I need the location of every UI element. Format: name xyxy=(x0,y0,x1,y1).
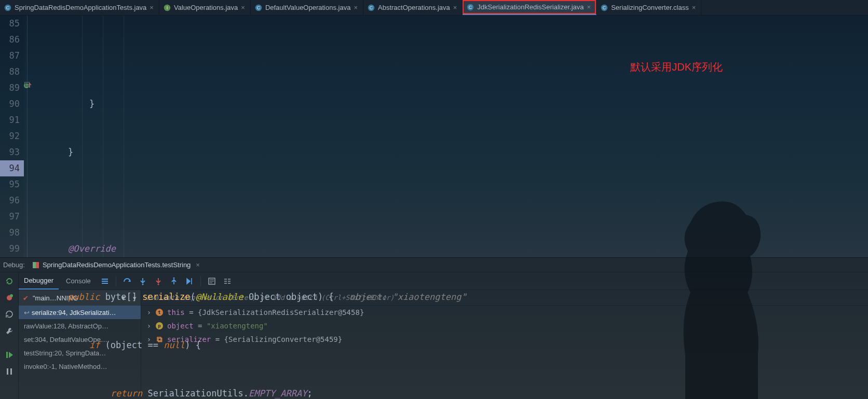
editor-tab-strip: CSpringDataRedisDemoApplicationTests.jav… xyxy=(0,0,868,16)
line-number: 93 xyxy=(0,144,24,160)
line-number: 96 xyxy=(0,192,24,209)
close-icon[interactable]: × xyxy=(692,4,696,11)
close-icon[interactable]: × xyxy=(354,4,358,11)
inline-hint: object: "xiaotengteng" xyxy=(350,292,467,302)
line-number: 87 xyxy=(0,48,24,64)
line-number: 89 xyxy=(0,80,24,96)
tab-label: ValueOperations.java xyxy=(174,4,238,11)
code-editor: 858687888990919293949596979899 − 默认采用JDK… xyxy=(0,16,868,257)
annotation-overlay: 默认采用JDK序列化 xyxy=(630,59,723,75)
pause-icon[interactable] xyxy=(4,366,15,377)
close-icon[interactable]: × xyxy=(587,3,591,11)
tab-label: JdkSerializationRedisSerializer.java xyxy=(477,3,584,11)
editor-tab[interactable]: CAbstractOperations.java× xyxy=(363,0,463,15)
line-number: 88 xyxy=(0,64,24,80)
svg-rect-18 xyxy=(7,368,8,375)
annotation-nullable: @Nullable xyxy=(196,292,243,302)
debug-label: Debug: xyxy=(3,261,25,269)
class-file-icon: C xyxy=(368,4,375,11)
resume-icon[interactable] xyxy=(4,349,15,361)
class-file-icon: C xyxy=(4,4,11,11)
annotation-override: @Override xyxy=(68,243,116,254)
return-arrow-icon: ↩ xyxy=(24,309,30,317)
editor-tab[interactable]: CDefaultValueOperations.java× xyxy=(251,0,363,15)
debug-side-toolbar xyxy=(0,272,19,399)
close-icon[interactable]: × xyxy=(453,4,457,11)
svg-rect-13 xyxy=(33,262,36,268)
line-number: 91 xyxy=(0,112,24,128)
code-line: } xyxy=(47,147,73,157)
line-number: 94 xyxy=(0,160,24,176)
svg-text:C: C xyxy=(257,5,261,10)
editor-tab[interactable]: CJdkSerializationRedisSerializer.java× xyxy=(463,0,596,15)
class-file-icon: C xyxy=(255,4,262,11)
svg-text:C: C xyxy=(469,5,472,10)
rerun-icon[interactable] xyxy=(4,276,15,287)
tab-label: DefaultValueOperations.java xyxy=(265,4,351,11)
line-number: 95 xyxy=(0,176,24,192)
svg-text:C: C xyxy=(603,5,606,10)
code-area[interactable]: 默认采用JDK序列化 } } @Override public byte[] s… xyxy=(36,16,868,257)
svg-rect-17 xyxy=(6,352,8,358)
line-number-gutter: 858687888990919293949596979899 xyxy=(0,16,24,257)
class-file-icon: C xyxy=(467,4,474,11)
method-name: serialize xyxy=(142,292,190,302)
tab-label: SpringDataRedisDemoApplicationTests.java xyxy=(15,4,146,11)
svg-point-16 xyxy=(10,294,13,297)
svg-text:I: I xyxy=(167,5,168,10)
line-number: 99 xyxy=(0,241,24,257)
class-file-icon: C xyxy=(601,4,608,11)
editor-tab[interactable]: CSerializingConverter.class× xyxy=(596,0,701,15)
svg-rect-19 xyxy=(10,368,12,375)
line-number: 85 xyxy=(0,16,24,32)
code-line: } xyxy=(47,99,94,109)
tab-label: SerializingConverter.class xyxy=(611,4,689,11)
svg-text:C: C xyxy=(6,5,10,10)
kw-public: public xyxy=(68,292,100,302)
fold-toggle[interactable]: − xyxy=(24,82,30,87)
line-number: 92 xyxy=(0,128,24,144)
tab-label: AbstractOperations.java xyxy=(378,4,450,11)
settings-wrench-icon[interactable] xyxy=(4,325,15,337)
line-number: 90 xyxy=(0,96,24,112)
editor-tab[interactable]: CSpringDataRedisDemoApplicationTests.jav… xyxy=(0,0,159,15)
svg-text:C: C xyxy=(370,5,373,10)
interface-file-icon: I xyxy=(164,4,171,11)
editor-tab[interactable]: IValueOperations.java× xyxy=(159,0,251,15)
checkmark-icon: ✔ xyxy=(23,294,29,302)
fold-column: − xyxy=(24,16,36,257)
close-icon[interactable]: × xyxy=(241,4,245,11)
update-icon[interactable] xyxy=(4,309,15,320)
close-icon[interactable]: × xyxy=(150,4,154,11)
line-number: 98 xyxy=(0,225,24,241)
line-number: 97 xyxy=(0,209,24,225)
line-number: 86 xyxy=(0,32,24,48)
modify-run-icon[interactable] xyxy=(4,292,15,304)
